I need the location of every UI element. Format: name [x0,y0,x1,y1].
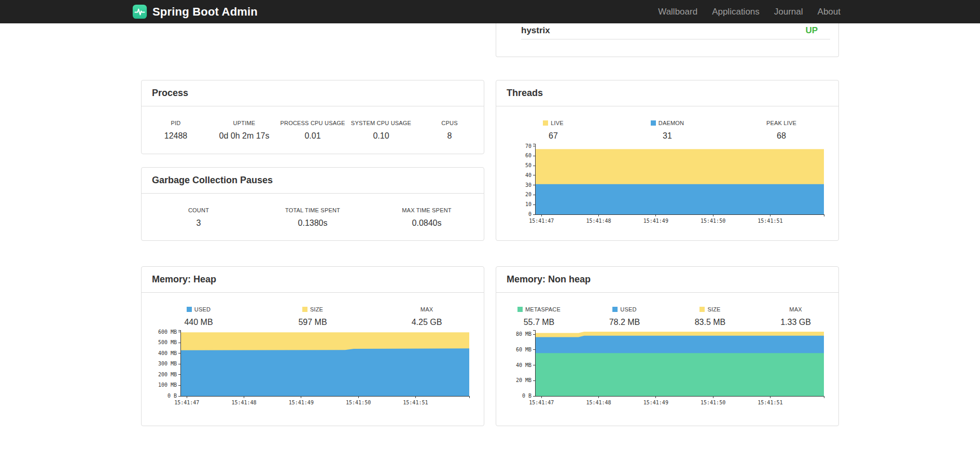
y-tick-label: 20 MB [516,377,531,383]
panel-process: Process PID12488UPTIME0d 0h 2m 17sPROCES… [141,80,484,154]
panel-memory-heap: Memory: Heap USED440 MBSIZE597 MBMAX4.25… [141,266,484,426]
stat-value: 0.0840s [370,218,484,228]
process-stats: PID12488UPTIME0d 0h 2m 17sPROCESS CPU US… [142,106,484,141]
stat-value: 78.2 MB [582,317,667,327]
stat-label: MAX [370,306,484,312]
area-used [180,348,469,396]
stat-value: 55.7 MB [496,317,582,327]
stat-value: 0d 0h 2m 17s [210,131,278,141]
nonheap-chart: 0 B20 MB40 MB60 MB80 MB15:41:4715:41:481… [496,327,838,410]
y-tick-label: 60 [525,153,531,158]
panel-title: Memory: Heap [152,274,473,285]
x-tick-label: 15:41:48 [586,400,611,405]
stat-cpus: CPUS8 [415,120,484,141]
x-tick-label: 15:41:50 [701,400,725,405]
y-tick-label: 80 MB [516,331,531,337]
stat-max: MAX1.33 GB [753,306,838,327]
x-tick-label: 15:41:48 [586,218,611,224]
panel-heap-heading: Memory: Heap [142,267,484,293]
stat-used: USED440 MB [142,306,256,327]
stat-label: PEAK LIVE [724,120,838,126]
x-tick-label: 15:41:49 [643,218,668,224]
stat-label: SIZE [667,306,753,312]
nav-link-journal[interactable]: Journal [767,0,810,23]
stat-size: SIZE83.5 MB [667,306,753,327]
left-column-spacer [141,23,484,80]
stat-label: SIZE [256,306,370,312]
y-tick-label: 100 MB [158,382,177,388]
panel-garbage-collection: Garbage Collection Pauses COUNT3TOTAL TI… [141,167,484,241]
y-tick-label: 20 [525,192,531,197]
brand[interactable]: Spring Boot Admin [132,4,258,19]
stat-system-cpu-usage: SYSTEM CPU USAGE0.10 [347,120,415,141]
stat-size: SIZE597 MB [256,306,370,327]
application-name[interactable]: hystrix [521,25,550,36]
left-column: Process PID12488UPTIME0d 0h 2m 17sPROCES… [141,23,484,426]
y-tick-label: 200 MB [158,372,177,377]
nav-link-wallboard[interactable]: Wallboard [651,0,705,23]
stat-value: 0.1380s [256,218,370,228]
stat-label: PROCESS CPU USAGE [278,120,347,126]
stat-live: LIVE67 [496,120,610,141]
heap-legend: USED440 MBSIZE597 MBMAX4.25 GB [142,293,484,327]
area-metaspace [535,353,824,396]
area-daemon [535,184,824,214]
y-tick-label: 500 MB [158,339,177,345]
y-tick-label: 600 MB [158,329,177,335]
stat-count: COUNT3 [142,207,256,228]
threads-chart: 01020304050607015:41:4715:41:4815:41:491… [496,141,838,228]
y-tick-label: 0 B [167,393,177,399]
stat-value: 31 [610,131,724,141]
y-tick-label: 40 [525,172,531,178]
right-column: hystrix UP Threads LIVE67DAEMON31PEAK LI… [496,23,839,426]
y-tick-label: 0 B [522,393,531,399]
panel-title: Process [152,87,473,99]
navbar-links: WallboardApplicationsJournalAbout [651,0,848,23]
y-tick-label: 40 MB [516,362,531,368]
application-status-badge: UP [805,25,818,36]
x-tick-label: 15:41:49 [643,400,668,405]
stat-metaspace: METASPACE55.7 MB [496,306,582,327]
brand-logo-icon [132,4,147,19]
panel-application-status: hystrix UP [496,23,839,57]
stat-label: PID [142,120,210,126]
navbar-inner: Spring Boot Admin WallboardApplicationsJ… [132,0,848,23]
stat-label: MAX TIME SPENT [370,207,484,213]
stat-label: DAEMON [610,120,724,126]
y-tick-label: 30 [525,182,531,188]
stat-value: 12488 [142,131,210,141]
stat-value: 83.5 MB [667,317,753,327]
stat-label: TOTAL TIME SPENT [256,207,370,213]
stat-uptime: UPTIME0d 0h 2m 17s [210,120,278,141]
stat-value: 597 MB [256,317,370,327]
y-tick-label: 0 [528,211,531,217]
stat-label: USED [582,306,667,312]
x-tick-label: 15:41:50 [701,218,725,224]
panel-threads-heading: Threads [496,80,838,106]
legend-swatch-icon [612,307,618,312]
panel-process-heading: Process [142,80,484,106]
x-tick-label: 15:41:47 [174,400,199,405]
stat-pid: PID12488 [142,120,210,141]
panel-title: Threads [507,87,828,99]
nav-link-applications[interactable]: Applications [705,0,767,23]
stat-total-time-spent: TOTAL TIME SPENT0.1380s [256,207,370,228]
stat-value: 440 MB [142,317,256,327]
stat-label: SYSTEM CPU USAGE [347,120,415,126]
stat-value: 1.33 GB [753,317,838,327]
stat-label: USED [142,306,256,312]
nav-link-about[interactable]: About [810,0,848,23]
x-tick-label: 15:41:48 [231,400,256,405]
x-tick-label: 15:41:47 [529,218,554,224]
threads-legend: LIVE67DAEMON31PEAK LIVE68 [496,106,838,141]
stat-value: 67 [496,131,610,141]
stat-label: UPTIME [210,120,278,126]
legend-swatch-icon [543,120,548,126]
y-tick-label: 10 [525,201,531,207]
stat-daemon: DAEMON31 [610,120,724,141]
stat-label: MAX [753,306,838,312]
panel-title: Garbage Collection Pauses [152,174,473,186]
legend-swatch-icon [302,307,307,312]
stat-label: LIVE [496,120,610,126]
x-tick-label: 15:41:51 [758,218,782,224]
